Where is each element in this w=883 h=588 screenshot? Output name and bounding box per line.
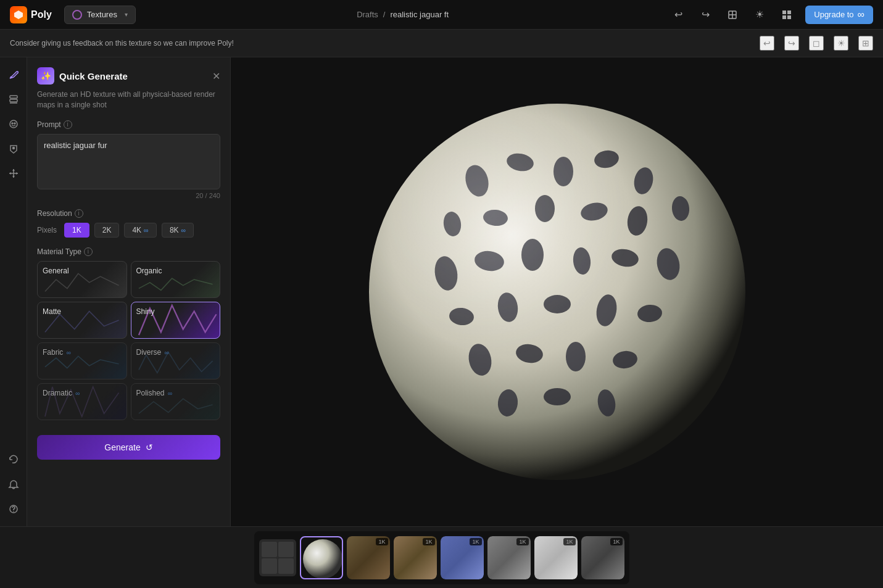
panel-header: ✨ Quick Generate ✕ <box>37 67 220 85</box>
redo-button[interactable]: ↪ <box>697 6 714 23</box>
topnav-actions: ↩ ↪ ☀ Upgrade to ∞ <box>670 6 873 24</box>
sidebar-btn-face[interactable] <box>4 114 23 134</box>
sphere-preview <box>366 101 748 483</box>
sidebar-btn-paint[interactable] <box>4 65 23 85</box>
sidebar-btn-layers[interactable] <box>4 89 23 109</box>
material-card-dramatic[interactable]: Dramatic ∞ <box>37 383 127 420</box>
panel-title-row: ✨ Quick Generate <box>37 67 128 85</box>
material-card-general[interactable]: General <box>37 261 127 298</box>
svg-rect-9 <box>10 96 17 98</box>
thumbnail-tex3[interactable]: 1K <box>441 536 484 579</box>
thumbnail-strip: 1K 1K 1K 1K 1K 1K <box>254 531 629 584</box>
sidebar-btn-history[interactable] <box>4 450 23 470</box>
resolution-label: Resolution i <box>37 209 220 218</box>
material-label-fabric: Fabric ∞ <box>43 348 71 357</box>
upgrade-button[interactable]: Upgrade to ∞ <box>805 6 873 24</box>
feedback-icons: ↩ ↪ ◻ ☀ ⊞ <box>760 36 873 51</box>
material-card-shiny[interactable]: Shiny <box>131 302 221 339</box>
thumbnail-sphere[interactable] <box>300 536 343 579</box>
3d-view-button[interactable] <box>724 6 741 23</box>
breadcrumb-separator: / <box>383 10 386 19</box>
undo-button[interactable]: ↩ <box>670 6 687 23</box>
sidebar-btn-move[interactable] <box>4 164 23 183</box>
thumb-badge-1: 1K <box>376 538 388 545</box>
prompt-info-icon[interactable]: i <box>64 120 72 129</box>
texture-dropdown[interactable]: Textures ▾ <box>64 6 136 24</box>
material-card-fabric[interactable]: Fabric ∞ <box>37 342 127 379</box>
thumb-badge-5: 1K <box>563 538 575 545</box>
svg-marker-20 <box>16 172 18 175</box>
res-1k-button[interactable]: 1K <box>64 223 89 238</box>
topnav: Poly Textures ▾ Drafts / realistic jagua… <box>0 0 883 30</box>
thumbnail-tex1[interactable]: 1K <box>347 536 390 579</box>
cube-icon[interactable]: ◻ <box>809 36 824 51</box>
svg-point-54 <box>369 104 745 480</box>
res-2k-button[interactable]: 2K <box>94 223 120 238</box>
grid-cell <box>278 542 294 557</box>
generate-icon: ↺ <box>146 442 153 452</box>
material-label-general: General <box>43 267 69 275</box>
panel: ✨ Quick Generate ✕ Generate an HD textur… <box>27 57 231 526</box>
sidebar-btn-bell[interactable] <box>4 474 23 494</box>
res-4k-button[interactable]: 4K ∞ <box>124 223 157 238</box>
svg-marker-17 <box>12 169 15 171</box>
thumb-badge-3: 1K <box>470 538 481 545</box>
material-type-info-icon[interactable]: i <box>84 247 93 256</box>
logo[interactable]: Poly <box>10 6 52 23</box>
thumbnail-tex2[interactable]: 1K <box>394 536 437 579</box>
grid-cell <box>262 542 277 557</box>
svg-marker-19 <box>9 172 11 175</box>
material-label-shiny: Shiny <box>136 307 155 316</box>
sun-button[interactable]: ☀ <box>751 6 768 23</box>
breadcrumb-parent[interactable]: Drafts <box>357 10 378 19</box>
material-grid: General Organic Matte <box>37 261 220 420</box>
grid-feedback-icon[interactable]: ⊞ <box>858 36 873 51</box>
sidebar-btn-tag[interactable] <box>4 139 23 159</box>
material-card-matte[interactable]: Matte <box>37 302 127 339</box>
sidebar-btn-help[interactable] <box>4 499 23 519</box>
material-card-organic[interactable]: Organic <box>131 261 221 298</box>
logo-icon <box>10 6 27 23</box>
undo-feedback-icon[interactable]: ↩ <box>760 36 774 51</box>
svg-rect-5 <box>787 10 791 14</box>
chevron-down-icon: ▾ <box>125 11 128 18</box>
3d-viewer[interactable] <box>231 57 883 526</box>
svg-point-14 <box>14 123 15 124</box>
panel-description: Generate an HD texture with all physical… <box>37 89 220 110</box>
prompt-label: Prompt i <box>37 120 220 129</box>
generate-label: Generate <box>104 442 140 452</box>
svg-rect-7 <box>787 15 791 19</box>
bottom-bar: 1K 1K 1K 1K 1K 1K <box>0 526 883 588</box>
svg-point-13 <box>12 123 13 124</box>
panel-close-button[interactable]: ✕ <box>212 70 220 82</box>
breadcrumb-current: realistic jaguar ft <box>390 10 449 19</box>
texture-dropdown-icon <box>72 10 82 20</box>
upgrade-infinity: ∞ <box>858 9 864 20</box>
res-8k-button[interactable]: 8K ∞ <box>162 223 194 238</box>
grid-button[interactable] <box>778 6 795 23</box>
thumb-badge-4: 1K <box>516 538 528 545</box>
8k-inf-badge: ∞ <box>181 226 186 234</box>
svg-rect-10 <box>10 99 17 102</box>
generate-button[interactable]: Generate ↺ <box>37 435 220 460</box>
material-card-polished[interactable]: Polished ∞ <box>131 383 221 420</box>
prompt-input[interactable]: realistic jaguar fur <box>37 134 220 189</box>
thumbnail-tex5[interactable]: 1K <box>534 536 578 579</box>
svg-point-16 <box>12 147 14 149</box>
breadcrumb: Drafts / realistic jaguar ft <box>136 10 670 19</box>
thumbnail-grid-view[interactable] <box>259 539 296 576</box>
material-card-diverse[interactable]: Diverse ∞ <box>131 342 221 379</box>
resolution-section: Resolution i Pixels 1K 2K 4K ∞ 8K ∞ <box>37 209 220 238</box>
feedback-bar: Consider giving us feedback on this text… <box>0 30 883 57</box>
sun-feedback-icon[interactable]: ☀ <box>834 36 848 51</box>
feedback-message: Consider giving us feedback on this text… <box>10 39 234 48</box>
thumbnail-tex6[interactable]: 1K <box>581 536 624 579</box>
resolution-info-icon[interactable]: i <box>75 209 83 218</box>
material-type-section: Material Type i General Organic <box>37 247 220 420</box>
pixels-row: Pixels 1K 2K 4K ∞ 8K ∞ <box>37 223 220 238</box>
thumbnail-tex4[interactable]: 1K <box>487 536 531 579</box>
svg-point-8 <box>10 77 12 78</box>
texture-dropdown-label: Textures <box>87 10 117 19</box>
redo-feedback-icon[interactable]: ↪ <box>784 36 799 51</box>
quick-generate-icon: ✨ <box>37 67 54 85</box>
